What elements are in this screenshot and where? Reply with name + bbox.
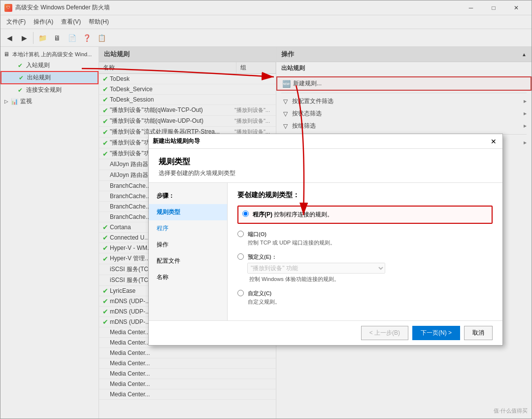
- dialog-steps: 步骤： 规则类型 程序 操作 配置文件 名称: [149, 183, 228, 320]
- step-profile: 配置文件: [149, 253, 227, 269]
- dialog-main-content: 要创建的规则类型： 程序(P) 控制程序连接的规则。 端口(O) 控: [228, 183, 502, 320]
- dialog-close-button[interactable]: ✕: [489, 137, 499, 146]
- option-program[interactable]: 程序(P) 控制程序连接的规则。: [237, 206, 493, 224]
- new-rule-dialog: 新建出站规则向导 ✕ 规则类型 选择要创建的防火墙规则类型 步骤： 规则类型 程…: [148, 134, 503, 346]
- option-program-title: 程序(P): [253, 211, 272, 218]
- step-name: 名称: [149, 269, 227, 285]
- step-rule-type[interactable]: 规则类型: [149, 204, 227, 220]
- predefined-dropdown-container: "播放到设备" 功能: [247, 263, 493, 274]
- predefined-dropdown[interactable]: "播放到设备" 功能: [247, 263, 385, 274]
- dialog-header-title: 规则类型: [159, 157, 493, 167]
- dialog-title: 新建出站规则向导: [153, 137, 200, 145]
- next-button[interactable]: 下一页(N) >: [412, 326, 460, 340]
- option-port-title: 端口(O): [248, 231, 335, 238]
- radio-program[interactable]: [242, 210, 249, 217]
- step-program[interactable]: 程序: [149, 220, 227, 237]
- option-port[interactable]: 端口(O) 控制 TCP 或 UDP 端口连接的规则。: [237, 230, 493, 246]
- option-custom[interactable]: 自定义(C) 自定义规则。: [237, 289, 493, 306]
- content-title: 要创建的规则类型：: [237, 191, 493, 200]
- prev-button[interactable]: < 上一步(B): [361, 326, 408, 340]
- option-custom-desc: 自定义规则。: [248, 298, 280, 306]
- dialog-header: 规则类型 选择要创建的防火墙规则类型: [149, 149, 502, 183]
- dialog-footer: < 上一步(B) 下一页(N) > 取消: [149, 320, 502, 345]
- radio-custom[interactable]: [237, 290, 244, 296]
- option-predefined-title: 预定义(E)：: [248, 253, 277, 261]
- option-program-desc: 控制程序连接的规则。: [274, 211, 333, 218]
- option-predefined-label[interactable]: 预定义(E)：: [248, 252, 277, 261]
- option-port-label[interactable]: 端口(O) 控制 TCP 或 UDP 端口连接的规则。: [248, 230, 335, 246]
- option-predefined[interactable]: 预定义(E)：: [237, 252, 493, 261]
- predefined-desc: 控制 Windows 体验功能连接的规则。: [249, 276, 339, 282]
- step-action: 操作: [149, 237, 227, 253]
- steps-label: 步骤：: [149, 188, 227, 204]
- option-custom-label[interactable]: 自定义(C) 自定义规则。: [248, 289, 280, 306]
- dialog-body: 步骤： 规则类型 程序 操作 配置文件 名称 要创建的规则类型： 程序(P) 控…: [149, 183, 502, 320]
- option-port-desc: 控制 TCP 或 UDP 端口连接的规则。: [248, 239, 335, 246]
- dialog-header-desc: 选择要创建的防火墙规则类型: [159, 169, 493, 177]
- radio-port[interactable]: [237, 231, 244, 237]
- option-program-label[interactable]: 程序(P) 控制程序连接的规则。: [253, 210, 333, 219]
- option-custom-title: 自定义(C): [248, 290, 280, 297]
- radio-predefined[interactable]: [237, 253, 244, 260]
- cancel-button[interactable]: 取消: [464, 326, 493, 340]
- dialog-title-bar: 新建出站规则向导 ✕: [149, 134, 502, 149]
